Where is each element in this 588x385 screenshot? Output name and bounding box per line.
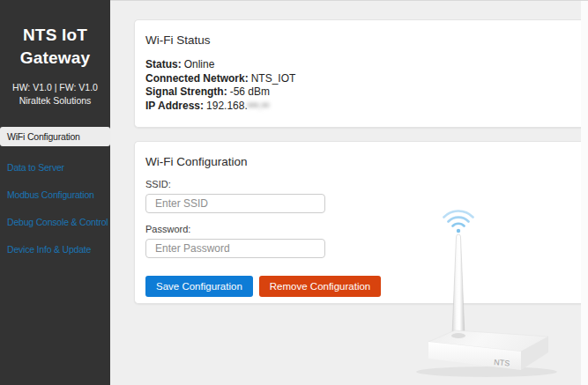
wifi-status-card: Wi-Fi Status Status:Online Connected Net…	[134, 19, 588, 128]
wifi-signal-icon	[444, 211, 473, 233]
ssid-input[interactable]	[145, 194, 325, 213]
password-input[interactable]	[145, 239, 325, 258]
status-label: Status:	[145, 58, 182, 70]
sidebar-menu: WiFi Configuration Data to Server Modbus…	[0, 127, 110, 259]
save-configuration-button[interactable]: Save Configuration	[145, 276, 253, 297]
router-antenna	[452, 234, 465, 335]
router-shadow	[416, 366, 557, 377]
router-illustration: NTS	[397, 208, 560, 380]
ip-address-value: 192.168.	[206, 100, 248, 112]
hw-fw-version: HW: V1.0 | FW: V1.0	[0, 81, 110, 94]
router-body: NTS	[428, 330, 548, 370]
ip-address-line: IP Address:192.168.•••.••	[145, 100, 577, 114]
signal-strength-line: Signal Strength:-56 dBm	[145, 85, 577, 100]
company-name: Niraltek Solutions	[0, 94, 110, 107]
remove-configuration-button[interactable]: Remove Configuration	[259, 276, 381, 297]
sidebar-item-device-info-update[interactable]: Device Info & Update	[0, 240, 110, 259]
app-title: NTS IoT Gateway	[4, 24, 106, 70]
ssid-label: SSID:	[145, 179, 577, 189]
device-version-block: HW: V1.0 | FW: V1.0 Niraltek Solutions	[0, 81, 110, 107]
sidebar-item-debug-console[interactable]: Debug Console & Control	[0, 212, 110, 232]
sidebar: NTS IoT Gateway HW: V1.0 | FW: V1.0 Nira…	[0, 0, 110, 385]
signal-strength-label: Signal Strength:	[145, 85, 227, 98]
ip-address-redacted: •••.••	[248, 100, 269, 112]
signal-strength-value: -56 dBm	[230, 85, 270, 98]
status-line: Status:Online	[145, 58, 577, 72]
ip-address-label: IP Address:	[145, 100, 204, 112]
wifi-config-title: Wi-Fi Configuration	[145, 155, 577, 168]
router-logo: NTS	[494, 358, 510, 368]
status-value: Online	[184, 58, 215, 70]
connected-network-label: Connected Network:	[145, 72, 249, 85]
connected-network-line: Connected Network:NTS_IOT	[145, 72, 577, 86]
connected-network-value: NTS_IOT	[251, 72, 296, 85]
wifi-status-info: Status:Online Connected Network:NTS_IOT …	[145, 58, 577, 113]
sidebar-item-modbus-configuration[interactable]: Modbus Configuration	[0, 185, 110, 204]
sidebar-item-wifi-configuration[interactable]: WiFi Configuration	[0, 127, 110, 146]
window-top-edge	[110, 0, 588, 1]
wifi-status-title: Wi-Fi Status	[145, 33, 577, 47]
scrollbar-track[interactable]	[581, 0, 588, 385]
sidebar-item-data-to-server[interactable]: Data to Server	[0, 158, 110, 177]
